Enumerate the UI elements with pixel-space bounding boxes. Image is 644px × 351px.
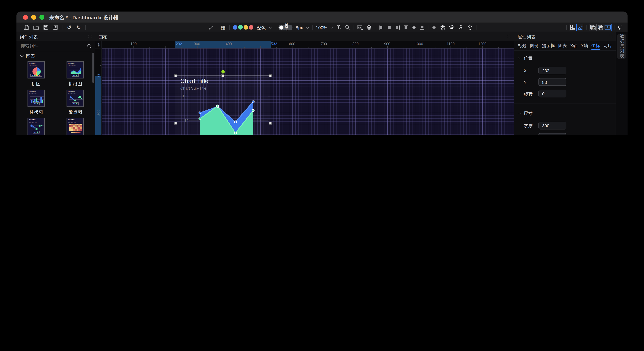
translate-en-zh-button[interactable]: En文: [596, 24, 604, 31]
ruler-number: 300: [194, 42, 200, 46]
tab-Y轴[interactable]: Y轴: [581, 41, 588, 50]
ruler-tick: [324, 46, 324, 48]
close-window-button[interactable]: [23, 15, 28, 20]
selection-handle[interactable]: [269, 74, 272, 77]
thumb-subtitle: Chart Sub-Title: [68, 93, 76, 94]
svg-text:100: 100: [182, 94, 188, 98]
grid-table-icon[interactable]: ▦: [220, 24, 226, 31]
selection-handle[interactable]: [174, 74, 177, 77]
y-field[interactable]: [538, 78, 566, 86]
heatmap-chart-thumbnail[interactable]: Chart TitleChart Sub-Title: [67, 118, 84, 135]
bring-forward-icon[interactable]: [458, 24, 464, 31]
ruler-number: 232: [176, 42, 182, 46]
size-section-header[interactable]: 尺寸: [514, 108, 616, 118]
expand-panel-icon[interactable]: [609, 34, 612, 39]
component-item-fxscatter[interactable]: Chart TitleChart Sub-Title特效散点图: [16, 118, 56, 135]
snap-toggle[interactable]: 关闭: [278, 25, 292, 30]
send-to-back-icon[interactable]: [449, 24, 455, 31]
x-field[interactable]: [538, 67, 566, 74]
canvas-title: 画布: [98, 33, 108, 40]
thumb-subtitle: Chart Sub-Title: [68, 122, 76, 123]
width-field[interactable]: [538, 122, 566, 129]
bring-to-front-icon[interactable]: [440, 24, 446, 31]
component-item-bar[interactable]: Chart TitleChart Sub-Title柱状图: [16, 90, 56, 115]
canvas-grid[interactable]: Chart Title Chart Sub-Title 100101ABCD s…: [102, 49, 514, 135]
zoom-in-icon[interactable]: [336, 24, 342, 31]
align-middle-vertical-button[interactable]: [412, 25, 416, 30]
chart-group-header[interactable]: 图表: [16, 51, 95, 60]
screen: 未命名 * - Dashboardx 设计器 ↺ ↻ ▦ 深色: [0, 0, 644, 135]
properties-panel: 属性列表 标题图例提示框图表X轴Y轴坐标切片 位置 X Y 旋转 尺寸 宽度: [514, 32, 616, 135]
align-bottom-button[interactable]: [420, 25, 425, 30]
expand-panel-icon[interactable]: [88, 34, 92, 39]
save-button[interactable]: [43, 24, 48, 31]
theme-palette[interactable]: [233, 25, 254, 30]
ruler-tick: [100, 65, 102, 66]
fxscatter-chart-thumbnail[interactable]: Chart TitleChart Sub-Title: [28, 118, 45, 135]
align-left-button[interactable]: [378, 25, 384, 30]
tab-图例[interactable]: 图例: [530, 41, 538, 50]
pie-chart-thumbnail[interactable]: Chart TitleChart Sub-Title: [28, 61, 45, 79]
open-file-button[interactable]: [33, 24, 39, 31]
save-all-button[interactable]: [52, 24, 58, 31]
tab-切片[interactable]: 切片: [603, 41, 612, 50]
rotate-handle[interactable]: [222, 70, 225, 74]
scrollbar-thumb[interactable]: [92, 53, 94, 83]
height-field[interactable]: [538, 133, 566, 135]
delete-trash-icon[interactable]: [366, 24, 372, 31]
undo-icon[interactable]: ↺: [66, 24, 72, 31]
zoom-out-icon[interactable]: [345, 24, 350, 31]
ruler-tick: [229, 46, 229, 48]
selection-handle[interactable]: [222, 74, 224, 77]
tab-图表[interactable]: 图表: [558, 41, 567, 50]
canvas-zoom-select[interactable]: 100%: [316, 25, 327, 30]
theme-select[interactable]: 深色: [257, 24, 266, 31]
send-backward-icon[interactable]: [467, 24, 473, 31]
ruler-tick: [118, 47, 118, 48]
tab-坐标[interactable]: 坐标: [592, 41, 600, 50]
component-item-scatter[interactable]: Chart TitleChart Sub-Title散点图: [56, 90, 95, 115]
chevron-down-icon[interactable]: [330, 25, 334, 29]
component-search-input[interactable]: [20, 43, 84, 49]
dataset-list-tab[interactable]: 数据集列表: [618, 34, 626, 59]
align-top-button[interactable]: [403, 25, 408, 30]
selected-chart-widget[interactable]: Chart Title Chart Sub-Title 100101ABCD s…: [176, 76, 270, 135]
component-item-line[interactable]: Chart TitleChart Sub-Title折线图: [56, 61, 95, 87]
palette-color-3: [244, 25, 248, 30]
tab-X轴[interactable]: X轴: [570, 41, 577, 50]
distribute-center-button[interactable]: [432, 25, 436, 30]
tab-标题[interactable]: 标题: [518, 41, 526, 50]
grid-size-select[interactable]: 8px: [296, 25, 303, 30]
canvas-panel: 画布 ◎ 10023230040053260070080090010001100…: [95, 32, 514, 135]
selection-handle[interactable]: [269, 122, 272, 125]
ruler-tick: [276, 47, 277, 48]
redo-icon[interactable]: ↻: [76, 24, 81, 31]
rotation-field[interactable]: [538, 90, 566, 97]
position-section-header[interactable]: 位置: [514, 53, 616, 63]
tab-提示框[interactable]: 提示框: [542, 41, 555, 50]
align-center-horizontal-button[interactable]: [387, 25, 392, 30]
chart-view-button[interactable]: [576, 24, 584, 31]
align-right-button[interactable]: [395, 25, 400, 30]
zoom-window-button[interactable]: [40, 15, 44, 20]
bar-chart-thumbnail[interactable]: Chart TitleChart Sub-Title: [28, 90, 45, 107]
component-item-pie[interactable]: Chart TitleChart Sub-Title饼图: [16, 61, 56, 87]
line-chart-thumbnail[interactable]: Chart TitleChart Sub-Title: [67, 61, 84, 79]
palette-color-2: [238, 25, 243, 30]
dashboard-view-button[interactable]: [569, 24, 577, 31]
new-file-button[interactable]: [24, 24, 29, 31]
component-item-heatmap[interactable]: Chart TitleChart Sub-Title热力图: [56, 118, 95, 135]
minimize-window-button[interactable]: [31, 15, 36, 20]
annotate-pen-icon[interactable]: [208, 24, 214, 31]
chevron-down-icon[interactable]: [268, 25, 272, 29]
translate-zh-en-button[interactable]: 文En: [589, 24, 597, 31]
scatter-chart-thumbnail[interactable]: Chart TitleChart Sub-Title: [67, 90, 84, 107]
svg-text:10: 10: [184, 119, 188, 123]
export-image-icon[interactable]: [357, 24, 363, 31]
lightbulb-icon[interactable]: [617, 24, 622, 31]
os-theme-button[interactable]: OS: [604, 24, 612, 31]
expand-panel-icon[interactable]: [507, 34, 510, 39]
selection-handle[interactable]: [174, 122, 177, 125]
area-chart: 100101ABCD: [176, 76, 270, 135]
chevron-down-icon[interactable]: [306, 25, 309, 29]
